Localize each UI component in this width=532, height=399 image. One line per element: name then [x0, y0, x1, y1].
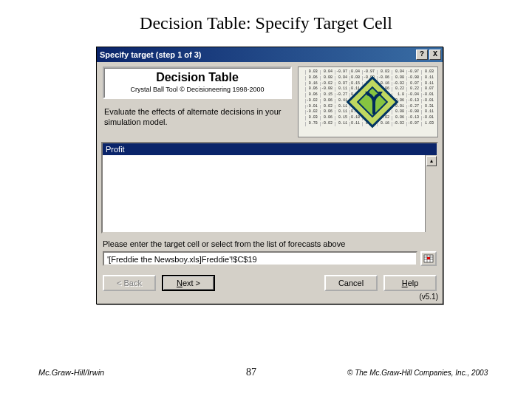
help-button[interactable]: Help: [383, 275, 437, 291]
close-button[interactable]: X: [429, 50, 441, 60]
footer-right: © The Mc.Graw-Hill Companies, Inc., 2003: [325, 369, 532, 377]
titlebar[interactable]: Specify target (step 1 of 3) ? X: [97, 47, 443, 62]
next-button[interactable]: Next >: [162, 275, 215, 291]
fork-diamond-icon: [347, 76, 398, 128]
svg-rect-5: [427, 257, 430, 259]
illustration-panel: 0.030.04-0.970.04-0.970.030.04-0.970.030…: [298, 66, 438, 137]
dialog-window: Specify target (step 1 of 3) ? X Decisio…: [96, 47, 443, 304]
tool-description: Evaluate the effects of alternate decisi…: [101, 103, 293, 129]
list-selected-item[interactable]: Profit: [106, 145, 125, 154]
scroll-up-button[interactable]: ▴: [426, 156, 437, 166]
cancel-button[interactable]: Cancel: [324, 275, 378, 291]
slide-title: Decision Table: Specify Target Cell: [0, 13, 532, 33]
window-title: Specify target (step 1 of 3): [100, 50, 416, 59]
help-titlebar-button[interactable]: ?: [416, 50, 428, 60]
back-button: < Back: [103, 275, 156, 291]
slide-footer: Mc.Graw-Hill/Irwin 87 © The Mc.Graw-Hill…: [0, 366, 532, 378]
version-label: (v5.1): [97, 293, 443, 304]
header-panel: Decision Table Crystal Ball Tool © Decis…: [103, 66, 292, 99]
tool-title: Decision Table: [109, 71, 286, 84]
list-body[interactable]: [103, 155, 425, 232]
spreadsheet-icon: [423, 254, 434, 263]
page-number: 87: [177, 366, 325, 378]
list-scrollbar[interactable]: ▴: [425, 155, 437, 232]
footer-left: Mc.Graw-Hill/Irwin: [0, 368, 177, 377]
tool-subtitle: Crystal Ball Tool © Decisioneering 1998-…: [109, 86, 286, 93]
target-cell-input[interactable]: '[Freddie the Newsboy.xls]Freddie'!$C$19: [103, 251, 417, 266]
input-prompt: Please enter the target cell or select f…: [97, 233, 443, 251]
forecast-listbox[interactable]: Profit ▴: [101, 142, 438, 233]
range-picker-button[interactable]: [420, 251, 437, 266]
